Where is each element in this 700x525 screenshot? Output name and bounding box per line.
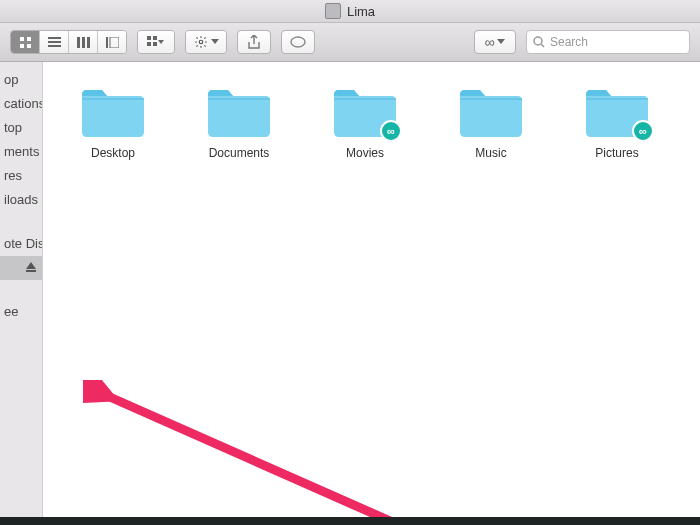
eject-icon[interactable]: [26, 262, 36, 269]
infinity-button[interactable]: ∞: [474, 30, 516, 54]
folder-item[interactable]: Music: [451, 84, 531, 160]
svg-rect-12: [147, 36, 151, 40]
folder-icon: ∞: [582, 84, 652, 140]
folder-label: Pictures: [595, 146, 638, 160]
search-input[interactable]: Search: [526, 30, 690, 54]
svg-rect-4: [48, 37, 61, 39]
titlebar[interactable]: Lima: [0, 0, 700, 23]
folder-icon: [456, 84, 526, 140]
folder-icon: ∞: [330, 84, 400, 140]
svg-rect-6: [48, 45, 61, 47]
drive-icon: [325, 3, 341, 19]
folder-label: Music: [475, 146, 506, 160]
view-gallery-button[interactable]: [98, 31, 126, 53]
sidebar-item-remote-disc[interactable]: ote Disc: [0, 232, 42, 256]
content-area[interactable]: Desktop Documents ∞ Movies: [43, 62, 700, 522]
svg-rect-13: [153, 36, 157, 40]
folder-icon: [204, 84, 274, 140]
svg-rect-3: [27, 44, 31, 48]
svg-rect-22: [334, 98, 396, 100]
view-icon-button[interactable]: [11, 31, 40, 53]
chevron-down-icon: [497, 39, 505, 45]
svg-point-18: [534, 37, 542, 45]
svg-rect-23: [460, 98, 522, 100]
infinity-icon: ∞: [485, 34, 495, 50]
sidebar-item[interactable]: iloads: [0, 188, 42, 212]
sidebar-item[interactable]: ee: [0, 300, 42, 324]
folder-item[interactable]: ∞ Pictures: [577, 84, 657, 160]
finder-window: Lima: [0, 0, 700, 520]
view-mode-group: [10, 30, 127, 54]
dock-edge: [0, 517, 700, 525]
svg-point-16: [199, 40, 203, 44]
folder-item[interactable]: Documents: [199, 84, 279, 160]
tags-button[interactable]: [281, 30, 315, 54]
gear-icon: [194, 35, 208, 49]
folder-icon: [78, 84, 148, 140]
folder-label: Movies: [346, 146, 384, 160]
view-list-button[interactable]: [40, 31, 69, 53]
svg-rect-1: [27, 37, 31, 41]
svg-rect-24: [586, 98, 648, 100]
svg-rect-10: [106, 37, 108, 48]
sidebar-item[interactable]: ments: [0, 140, 42, 164]
action-group: [185, 30, 227, 54]
share-button[interactable]: [237, 30, 271, 54]
folder-label: Documents: [209, 146, 270, 160]
svg-line-25: [103, 394, 433, 525]
sidebar-item[interactable]: top: [0, 116, 42, 140]
folder-item[interactable]: ∞ Movies: [325, 84, 405, 160]
toolbar: ∞ Search: [0, 23, 700, 62]
svg-rect-21: [208, 98, 270, 100]
svg-rect-15: [153, 42, 157, 46]
share-icon: [248, 35, 260, 49]
svg-rect-9: [87, 37, 90, 48]
folder-grid: Desktop Documents ∞ Movies: [43, 62, 700, 182]
search-placeholder: Search: [550, 35, 588, 49]
view-column-button[interactable]: [69, 31, 98, 53]
sidebar-item[interactable]: op: [0, 68, 42, 92]
sidebar-item[interactable]: cations: [0, 92, 42, 116]
svg-rect-7: [77, 37, 80, 48]
sidebar-item[interactable]: res: [0, 164, 42, 188]
svg-rect-20: [82, 98, 144, 100]
svg-rect-5: [48, 41, 61, 43]
window-body: op cations top ments res iloads ote Disc…: [0, 62, 700, 522]
sync-badge-icon: ∞: [632, 120, 654, 142]
window-title: Lima: [347, 4, 375, 19]
svg-rect-11: [110, 37, 119, 48]
sidebar-item-selected[interactable]: [0, 256, 42, 280]
search-icon: [533, 36, 545, 48]
sidebar: op cations top ments res iloads ote Disc…: [0, 62, 43, 522]
svg-point-17: [291, 37, 305, 47]
folder-item[interactable]: Desktop: [73, 84, 153, 160]
arrange-group: [137, 30, 175, 54]
svg-line-19: [541, 44, 544, 47]
chevron-down-icon: [211, 39, 219, 45]
folder-label: Desktop: [91, 146, 135, 160]
svg-rect-8: [82, 37, 85, 48]
annotation-arrow: [83, 380, 453, 525]
tag-icon: [290, 36, 306, 48]
action-button[interactable]: [186, 31, 226, 53]
sync-badge-icon: ∞: [380, 120, 402, 142]
arrange-button[interactable]: [138, 31, 174, 53]
svg-rect-2: [20, 44, 24, 48]
svg-rect-14: [147, 42, 151, 46]
svg-rect-0: [20, 37, 24, 41]
